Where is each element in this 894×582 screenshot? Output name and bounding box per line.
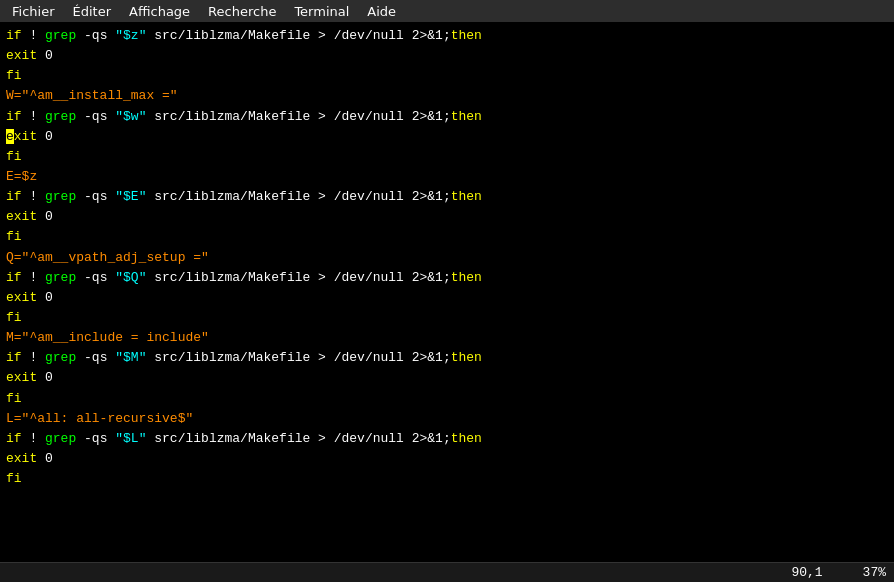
code-line: Q="^am__vpath_adj_setup =" <box>6 248 888 268</box>
menu-recherche[interactable]: Recherche <box>200 2 284 21</box>
code-line: fi <box>6 308 888 328</box>
code-line: exit 0 <box>6 46 888 66</box>
statusbar: 90,1 37% <box>0 562 894 582</box>
code-editor[interactable]: if ! grep -qs "$z" src/liblzma/Makefile … <box>0 22 894 562</box>
menu-terminal[interactable]: Terminal <box>286 2 357 21</box>
code-line: fi <box>6 227 888 247</box>
menubar: Fichier Éditer Affichage Recherche Termi… <box>0 0 894 22</box>
code-line: exit 0 <box>6 368 888 388</box>
code-line: if ! grep -qs "$L" src/liblzma/Makefile … <box>6 429 888 449</box>
code-line: fi <box>6 66 888 86</box>
code-line: L="^all: all-recursive$" <box>6 409 888 429</box>
code-line: if ! grep -qs "$w" src/liblzma/Makefile … <box>6 107 888 127</box>
code-line: fi <box>6 389 888 409</box>
code-line: exit 0 <box>6 449 888 469</box>
code-line: exit 0 <box>6 288 888 308</box>
menu-fichier[interactable]: Fichier <box>4 2 63 21</box>
code-line: exit 0 <box>6 207 888 227</box>
code-line: if ! grep -qs "$z" src/liblzma/Makefile … <box>6 26 888 46</box>
zoom-level: 37% <box>863 565 886 580</box>
code-line: exit 0 <box>6 127 888 147</box>
menu-aide[interactable]: Aide <box>359 2 404 21</box>
code-line: if ! grep -qs "$E" src/liblzma/Makefile … <box>6 187 888 207</box>
code-line: fi <box>6 147 888 167</box>
code-line: if ! grep -qs "$M" src/liblzma/Makefile … <box>6 348 888 368</box>
code-line: M="^am__include = include" <box>6 328 888 348</box>
code-line: E=$z <box>6 167 888 187</box>
code-line: fi <box>6 469 888 489</box>
menu-editer[interactable]: Éditer <box>65 2 120 21</box>
code-line: W="^am__install_max =" <box>6 86 888 106</box>
code-line: if ! grep -qs "$Q" src/liblzma/Makefile … <box>6 268 888 288</box>
menu-affichage[interactable]: Affichage <box>121 2 198 21</box>
cursor-position: 90,1 <box>791 565 822 580</box>
